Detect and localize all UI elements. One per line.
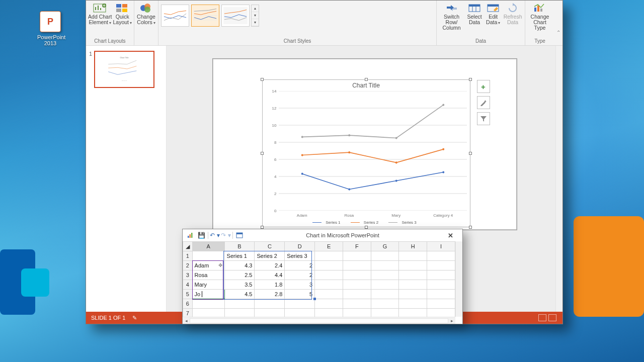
svg-rect-27	[540, 9, 542, 12]
chart-style-2[interactable]	[191, 5, 219, 27]
col-header-B[interactable]: B	[224, 242, 255, 251]
row-header-3[interactable]: 3	[183, 270, 193, 280]
row-header-2[interactable]: 2	[183, 261, 193, 270]
add-chart-element-button[interactable]: Add ChartElement	[88, 2, 112, 25]
svg-point-40	[395, 179, 397, 182]
svg-rect-23	[488, 5, 499, 7]
change-colors-button[interactable]: ChangeColors	[136, 2, 156, 25]
chart-styles-more[interactable]: ▴▾▾	[251, 5, 259, 27]
chart-styles-button[interactable]	[477, 96, 490, 109]
col-header-G[interactable]: G	[371, 242, 399, 251]
sorter-view-button[interactable]	[548, 314, 556, 321]
powerpoint-glyph: P	[47, 17, 53, 27]
spreadsheet-grid[interactable]: ◢ A B C D E F G H I 1Series 1Series 2Ser…	[183, 241, 455, 317]
svg-point-41	[442, 171, 444, 173]
chart-title[interactable]: Chart Title	[263, 80, 470, 91]
svg-point-49	[442, 104, 444, 106]
slide-canvas[interactable]: Chart Title	[213, 59, 517, 230]
powerpoint-desktop-icon[interactable]: P PowerPoint2013	[37, 11, 63, 46]
group-type: Type	[527, 37, 552, 45]
excel-icon[interactable]	[185, 231, 196, 240]
group-chart-styles: Chart Styles	[160, 37, 434, 45]
chart-data-window-title: Chart in Microsoft PowerPoint	[245, 232, 440, 238]
thumb-number: 1	[89, 51, 92, 88]
chart-plot-area[interactable]: 0 2 4 6 8 10 12 14 Adam Rosa Mary Catego…	[279, 91, 467, 211]
svg-point-45	[442, 148, 444, 150]
svg-rect-19	[469, 5, 480, 7]
col-header-H[interactable]: H	[399, 242, 427, 251]
svg-rect-53	[190, 234, 191, 238]
chart-data-window: 💾 ↶ ▾ ↷ ▾ Chart in Microsoft PowerPoint …	[182, 229, 463, 324]
svg-text:Chart Title: Chart Title	[120, 57, 129, 59]
svg-text:— — —: — — —	[122, 79, 127, 81]
svg-rect-52	[188, 236, 189, 238]
chart-filters-button[interactable]	[477, 112, 490, 125]
chart-style-1[interactable]	[161, 5, 189, 27]
svg-point-39	[348, 188, 350, 190]
slide-thumbnail-1[interactable]: Chart Title — — —	[94, 51, 154, 88]
select-data-icon[interactable]	[234, 231, 245, 240]
col-header-I[interactable]: I	[427, 242, 455, 251]
svg-point-38	[301, 173, 303, 175]
active-cell-A5[interactable]: Jo	[192, 290, 224, 299]
chart-elements-button[interactable]: +	[477, 80, 490, 93]
col-header-C[interactable]: C	[255, 242, 285, 251]
editor-vertical-scrollbar[interactable]	[555, 46, 562, 312]
group-data: Data	[439, 37, 523, 45]
slide-indicator: SLIDE 1 OF 1	[91, 315, 125, 321]
group-chart-layouts: Chart Layouts	[88, 37, 132, 45]
row-header-7[interactable]: 7	[183, 309, 193, 317]
refresh-data-button: RefreshData	[503, 2, 523, 25]
quick-layout-button[interactable]: QuickLayout	[113, 2, 132, 25]
chart-style-3[interactable]	[221, 5, 250, 27]
chart-legend[interactable]: Series 1 Series 2 Series 3	[263, 220, 470, 225]
row-header-6[interactable]: 6	[183, 299, 193, 309]
svg-point-13	[144, 7, 150, 13]
svg-point-44	[395, 161, 397, 163]
change-chart-type-button[interactable]: ChangeChart Type	[527, 2, 552, 31]
col-header-A[interactable]: A	[192, 242, 224, 251]
svg-rect-17	[223, 7, 248, 25]
select-all-cell[interactable]: ◢	[183, 242, 193, 251]
icon-label: PowerPoint	[37, 34, 65, 40]
svg-rect-56	[236, 233, 243, 234]
svg-rect-7	[116, 4, 121, 8]
close-button[interactable]: ✕	[440, 232, 460, 239]
edit-data-button[interactable]: EditData	[485, 2, 502, 25]
svg-point-47	[348, 134, 350, 136]
svg-rect-25	[534, 8, 536, 12]
comments-icon[interactable]: ✎	[132, 315, 137, 321]
redo-icon: ↷ ▾	[220, 231, 231, 240]
svg-rect-8	[122, 4, 127, 8]
svg-marker-51	[480, 116, 487, 122]
sheet-vertical-scrollbar[interactable]	[455, 241, 462, 317]
normal-view-button[interactable]	[538, 314, 546, 321]
chart-object[interactable]: Chart Title	[262, 79, 470, 227]
slide-thumbnails-pane[interactable]: 1 Chart Title — — —	[86, 46, 167, 312]
col-header-D[interactable]: D	[285, 242, 315, 251]
row-header-1[interactable]: 1	[183, 251, 193, 261]
svg-point-42	[301, 154, 303, 156]
row-header-4[interactable]: 4	[183, 280, 193, 290]
col-header-E[interactable]: E	[315, 242, 343, 251]
svg-marker-24	[513, 3, 515, 6]
svg-point-46	[301, 136, 303, 138]
svg-point-48	[395, 137, 397, 139]
svg-rect-10	[122, 9, 127, 12]
svg-rect-9	[116, 9, 121, 12]
ribbon-collapse-icon[interactable]: ⌃	[554, 1, 562, 45]
save-icon[interactable]: 💾	[196, 231, 207, 240]
svg-rect-54	[191, 233, 193, 238]
svg-point-43	[348, 151, 350, 153]
sheet-horizontal-scrollbar[interactable]: ◂▸	[183, 317, 455, 324]
select-data-button[interactable]: SelectData	[465, 2, 484, 25]
row-header-5[interactable]: 5	[183, 290, 193, 299]
undo-icon[interactable]: ↶ ▾	[209, 231, 220, 240]
svg-rect-26	[537, 6, 539, 12]
col-header-F[interactable]: F	[343, 242, 371, 251]
switch-row-column-button[interactable]: Switch Row/Column	[439, 2, 464, 31]
